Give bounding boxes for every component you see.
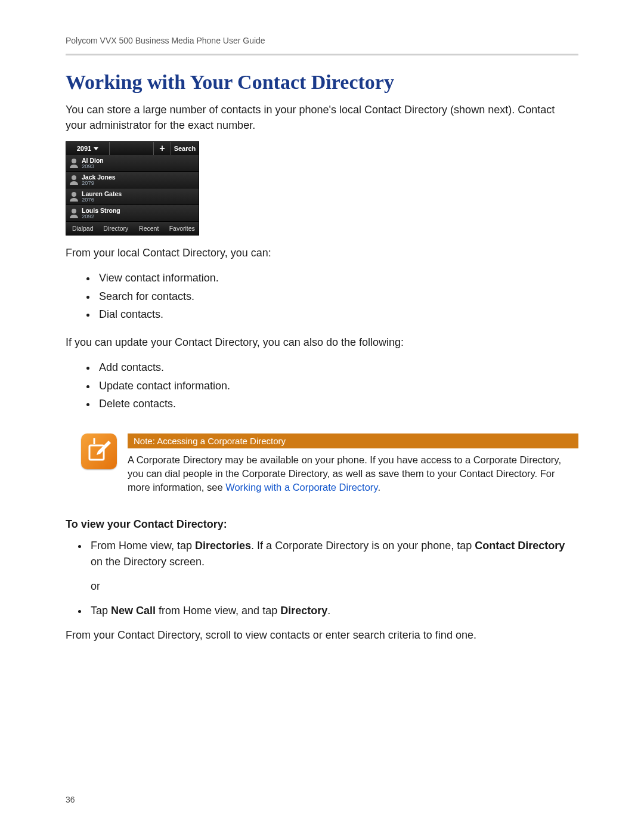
phone-contact-row: Louis Strong2092 — [66, 205, 199, 222]
paragraph: From your local Contact Directory, you c… — [66, 245, 578, 261]
bullet-list: View contact information.Search for cont… — [66, 269, 578, 324]
person-icon — [70, 192, 78, 202]
phone-status-area — [110, 142, 154, 155]
phone-tab: Favorites — [166, 222, 199, 235]
phone-tab: Dialpad — [66, 222, 100, 235]
list-item: From Home view, tap Directories. If a Co… — [88, 538, 578, 594]
phone-screenshot: 2091 + Search Al Dion2093Jack Jones2079L… — [66, 141, 199, 236]
section-title: Working with Your Contact Directory — [66, 71, 578, 94]
chevron-down-icon — [94, 147, 98, 150]
phone-extension-dropdown: 2091 — [66, 142, 110, 155]
note-title: Note: Accessing a Corporate Directory — [128, 433, 578, 448]
contact-ext: 2093 — [82, 163, 104, 169]
list-item: Delete contacts. — [97, 395, 578, 413]
person-icon — [70, 175, 78, 185]
list-item: Tap New Call from Home view, and tap Dir… — [88, 603, 578, 619]
list-item: View contact information. — [97, 269, 578, 287]
or-text: or — [91, 578, 578, 594]
note-text: A Corporate Directory may be available o… — [128, 453, 578, 494]
page-number: 36 — [66, 795, 75, 804]
step-list: From Home view, tap Directories. If a Co… — [66, 538, 578, 619]
contact-ext: 2076 — [82, 197, 122, 203]
phone-add-button: + — [154, 142, 171, 155]
person-icon — [70, 209, 78, 218]
phone-tab: Directory — [100, 222, 133, 235]
svg-rect-0 — [89, 445, 104, 460]
phone-tab: Recent — [132, 222, 166, 235]
phone-search-button: Search — [171, 142, 199, 155]
note-icon — [81, 433, 117, 469]
note-link[interactable]: Working with a Corporate Directory — [225, 482, 377, 493]
contact-ext: 2092 — [82, 213, 120, 219]
header-divider — [66, 54, 578, 55]
list-item: Update contact information. — [97, 377, 578, 395]
list-item: Add contacts. — [97, 358, 578, 377]
phone-extension: 2091 — [77, 145, 91, 152]
intro-paragraph: You can store a large number of contacts… — [66, 102, 578, 133]
contact-ext: 2079 — [82, 180, 116, 186]
document-header: Polycom VVX 500 Business Media Phone Use… — [66, 36, 578, 51]
person-icon — [70, 159, 78, 168]
list-item: Dial contacts. — [97, 305, 578, 324]
subheading: To view your Contact Directory: — [66, 518, 578, 531]
bullet-list: Add contacts.Update contact information.… — [66, 358, 578, 413]
paragraph: If you can update your Contact Directory… — [66, 335, 578, 350]
note-text-span: . — [377, 482, 380, 493]
phone-contact-row: Al Dion2093 — [66, 155, 199, 172]
closing-paragraph: From your Contact Directory, scroll to v… — [66, 627, 578, 643]
list-item: Search for contacts. — [97, 287, 578, 306]
phone-contact-row: Jack Jones2079 — [66, 172, 199, 188]
phone-contact-row: Lauren Gates2076 — [66, 188, 199, 205]
